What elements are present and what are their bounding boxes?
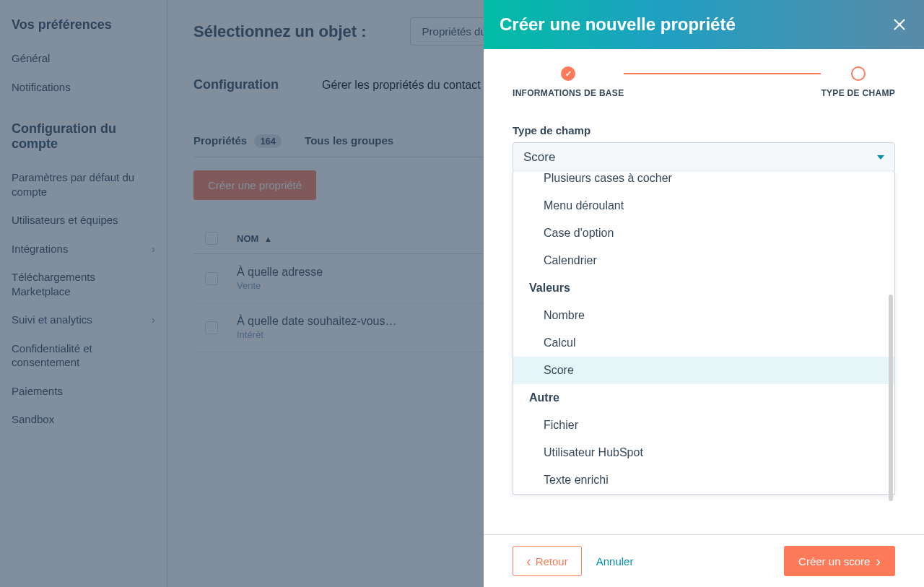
panel-footer: Retour Annuler Créer un score [484,534,924,587]
option-score[interactable]: Score [513,357,894,384]
panel-title: Créer une nouvelle propriété [500,14,736,35]
step-field-type[interactable]: TYPE DE CHAMP [821,66,895,98]
scrollbar-thumb[interactable] [889,295,893,501]
option-file[interactable]: Fichier [513,412,894,439]
option-hubspot-user[interactable]: Utilisateur HubSpot [513,439,894,466]
field-type-select[interactable]: Score [513,142,895,173]
option-rich-text[interactable]: Texte enrichi [513,466,894,494]
option-radio[interactable]: Case d'option [513,219,894,247]
create-property-panel: Créer une nouvelle propriété INFORMATION… [484,0,924,587]
option-calculation[interactable]: Calcul [513,329,894,357]
option-number[interactable]: Nombre [513,302,894,329]
arrow-left-icon [526,554,531,568]
field-type-label: Type de champ [513,124,895,136]
step-current-icon [851,66,866,81]
stepper-connector [624,73,821,74]
step-basic-info[interactable]: INFORMATIONS DE BASE [513,66,624,98]
cancel-link[interactable]: Annuler [596,555,634,568]
close-icon[interactable] [891,16,908,33]
arrow-right-icon [876,554,881,568]
panel-header: Créer une nouvelle propriété [484,0,924,49]
field-type-dropdown: Plusieurs cases à cocher Menu déroulant … [513,172,895,495]
back-button[interactable]: Retour [513,546,582,576]
option-date[interactable]: Calendrier [513,247,894,274]
stepper: INFORMATIONS DE BASE TYPE DE CHAMP [484,49,924,116]
option-dropdown[interactable]: Menu déroulant [513,192,894,219]
option-group-values: Valeurs [513,274,894,302]
chevron-down-icon [877,155,884,160]
option-group-other: Autre [513,384,894,412]
step-done-icon [561,66,575,81]
option-multiple-checkboxes[interactable]: Plusieurs cases à cocher [513,172,894,192]
dropdown-scrollbar[interactable] [887,295,893,492]
create-score-button[interactable]: Créer un score [784,546,895,576]
